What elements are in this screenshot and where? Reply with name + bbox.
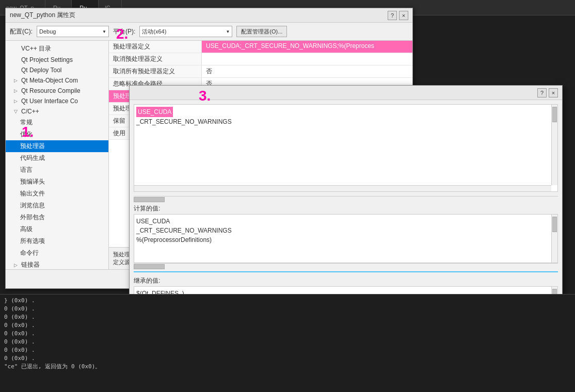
tree-item-cpp[interactable]: ▽ C/C++ (6, 106, 108, 117)
left-tree: VC++ 目录 Qt Project Settings Qt Deploy To… (6, 41, 109, 269)
output-line-7: 0 (0x0) . (4, 354, 571, 363)
prop-row-1[interactable]: 取消预处理器定义 (109, 53, 412, 66)
second-close-button[interactable]: × (549, 88, 558, 97)
prop-row-2[interactable]: 取消所有预处理器定义 否 (109, 66, 412, 78)
tree-item-all-options[interactable]: 所有选项 (6, 235, 108, 247)
edit-h-scrollbar[interactable] (134, 196, 558, 202)
prop-name-2: 取消所有预处理器定义 (109, 66, 202, 77)
cuda-highlight: USE_CUDA (136, 107, 173, 117)
second-help-button[interactable]: ? (537, 88, 547, 97)
prop-value-2: 否 (202, 66, 412, 77)
output-line-3: 0 (0x0) . (4, 321, 571, 330)
calculated-area: USE_CUDA _CRT_SECURE_NO_WARNINGS %(Prepr… (134, 214, 558, 263)
second-titlebar-buttons: ? × (537, 88, 558, 97)
help-button[interactable]: ? (388, 11, 397, 20)
tree-item-qt-meta[interactable]: ▷ Qt Meta-Object Com (6, 75, 108, 86)
expand-icon: ▷ (14, 263, 19, 268)
tree-item-preprocessor[interactable]: 预处理器 (6, 140, 108, 152)
edit-line-0: USE_CUDA (136, 107, 555, 117)
vertical-scrollbar[interactable] (551, 105, 557, 185)
tree-item-qt-user[interactable]: ▷ Qt User Interface Co (6, 96, 108, 106)
tree-item-language[interactable]: 语言 (6, 164, 108, 176)
prop-name-1: 取消预处理器定义 (109, 53, 202, 65)
tree-item-general[interactable]: 常规 (6, 117, 108, 128)
output-line-2: 0 (0x0) . (4, 313, 571, 321)
main-dialog-title: new_QT_python 属性页 (10, 11, 75, 20)
calc-v-scrollbar[interactable] (551, 215, 557, 263)
expand-icon: ▽ (14, 109, 19, 114)
edit-line-1: _CRT_SECURE_NO_WARNINGS (136, 117, 555, 126)
output-line-5: 0 (0x0) . (4, 338, 571, 346)
tree-item-vc[interactable]: VC++ 目录 (6, 43, 108, 55)
second-dialog-titlebar: ? × (130, 86, 562, 100)
output-line-4: 0 (0x0) . (4, 330, 571, 338)
calc-line-2: %(PreprocessorDefinitions) (136, 235, 555, 244)
tree-item-qt-resource[interactable]: ▷ Qt Resource Compile (6, 86, 108, 96)
tree-item-external[interactable]: 外部包含 (6, 211, 108, 223)
output-panel: } (0x0) . 0 (0x0) . 0 (0x0) . 0 (0x0) . … (0, 294, 575, 392)
calc-h-scrollbar[interactable] (134, 263, 558, 269)
expand-icon: ▷ (14, 88, 19, 93)
output-line-6: 0 (0x0) . (4, 346, 571, 354)
expand-icon: ▷ (14, 99, 19, 104)
config-manager-button[interactable]: 配置管理器(O)... (236, 26, 287, 37)
calc-line-1: _CRT_SECURE_NO_WARNINGS (136, 226, 555, 235)
platform-dropdown[interactable]: 活动(x64) ▼ (139, 26, 232, 37)
calc-line-0: USE_CUDA (136, 217, 555, 226)
tree-item-optimize[interactable]: 优化 (6, 128, 108, 140)
config-label: 配置(C): (10, 27, 33, 36)
calculated-label: 计算的值: (130, 202, 562, 214)
top-controls: 配置(C): Debug ▼ 平台(P): 活动(x64) ▼ 配置管理器(O)… (6, 23, 412, 41)
tree-item-linker[interactable]: ▷ 链接器 (6, 259, 108, 269)
config-dropdown[interactable]: Debug ▼ (37, 26, 109, 37)
close-button[interactable]: × (399, 11, 408, 20)
tree-item-output[interactable]: 输出文件 (6, 188, 108, 200)
tree-item-advanced[interactable]: 高级 (6, 223, 108, 235)
titlebar-buttons: ? × (388, 11, 408, 20)
expand-icon: ▷ (14, 78, 19, 83)
inherited-label: 继承的值: (130, 274, 562, 286)
horizontal-scrollbar[interactable] (134, 185, 551, 191)
tree-item-browse[interactable]: 浏览信息 (6, 200, 108, 211)
prop-value-1 (202, 53, 412, 65)
prop-value-0: USE_CUDA;_CRT_SECURE_NO_WARNINGS;%(Prepr… (202, 41, 412, 53)
separator (134, 271, 558, 272)
tree-item-precomp[interactable]: 预编译头 (6, 176, 108, 188)
prop-name-0: 预处理器定义 (109, 41, 202, 53)
main-dialog-titlebar: new_QT_python 属性页 ? × (6, 8, 412, 23)
output-line-8: "ce" 已退出, 返回值为 0 (0x0)。 (4, 363, 571, 371)
output-line-0: } (0x0) . (4, 297, 571, 305)
output-line-1: 0 (0x0) . (4, 305, 571, 313)
tree-item-codegen[interactable]: 代码生成 (6, 152, 108, 164)
tree-item-cmdline[interactable]: 命令行 (6, 247, 108, 259)
platform-label: 平台(P): (113, 27, 135, 36)
tree-item-qt-deploy[interactable]: Qt Deploy Tool (6, 65, 108, 75)
tree-item-qt-project[interactable]: Qt Project Settings (6, 55, 108, 65)
prop-row-0[interactable]: 预处理器定义 USE_CUDA;_CRT_SECURE_NO_WARNINGS;… (109, 41, 412, 53)
edit-area[interactable]: USE_CUDA _CRT_SECURE_NO_WARNINGS (134, 104, 558, 192)
